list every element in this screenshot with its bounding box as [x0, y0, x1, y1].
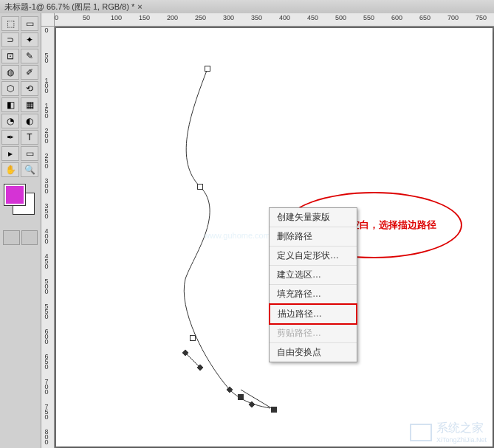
- foreground-color-swatch[interactable]: [4, 185, 25, 205]
- pen-tool[interactable]: ✒: [1, 130, 19, 145]
- menu-item[interactable]: 创建矢量蒙版: [270, 208, 357, 227]
- document-tab[interactable]: 未标题-1@ 66.7% (图层 1, RGB/8) * ×: [0, 0, 494, 13]
- ruler-tick: 650: [419, 14, 430, 21]
- ruler-tick: 300: [43, 177, 50, 193]
- watermark-url: XiTongZhiJia.Net: [436, 436, 487, 444]
- eyedropper-tool[interactable]: ✎: [21, 49, 38, 63]
- stamp-tool[interactable]: ⬡: [1, 81, 19, 96]
- menu-item[interactable]: 描边路径…: [269, 303, 357, 325]
- gradient-tool[interactable]: ▦: [21, 97, 38, 112]
- ruler-origin[interactable]: [41, 13, 55, 27]
- lasso-tool[interactable]: ⊃: [1, 32, 19, 47]
- hand-tool[interactable]: ✋: [1, 162, 19, 177]
- ruler-tick: 750: [43, 403, 50, 418]
- history-brush-tool[interactable]: ⟲: [21, 81, 38, 96]
- canvas[interactable]: www.guhome.com 创建矢量蒙版删除路径定义自定形状…建立选区…填充路…: [56, 28, 493, 447]
- menu-item[interactable]: 建立选区…: [270, 266, 357, 285]
- type-tool[interactable]: T: [21, 130, 38, 145]
- zoom-tool[interactable]: 🔍: [21, 162, 38, 177]
- screen-mode-icon[interactable]: [21, 230, 38, 245]
- ruler-tick: 100: [111, 14, 122, 21]
- ruler-tick: 250: [43, 152, 50, 168]
- ruler-tick: 600: [43, 328, 50, 343]
- document-title: 未标题-1@ 66.7% (图层 1, RGB/8) *: [4, 1, 134, 13]
- ruler-tick: 200: [43, 127, 50, 142]
- ruler-tick: 650: [43, 353, 50, 368]
- ruler-tick: 50: [43, 52, 50, 62]
- menu-item[interactable]: 定义自定形状…: [270, 247, 357, 266]
- ruler-tick: 0: [43, 27, 50, 32]
- ruler-tick: 100: [43, 77, 50, 92]
- ruler-tick: 400: [279, 14, 290, 21]
- path-select-tool[interactable]: ▸: [1, 146, 19, 161]
- ruler-tick: 450: [307, 14, 318, 21]
- watermark: 系统之家 XiTongZhiJia.Net: [410, 421, 487, 444]
- menu-item[interactable]: 填充路径…: [270, 285, 357, 304]
- dodge-tool[interactable]: ◐: [21, 114, 38, 128]
- house-icon: [410, 424, 432, 441]
- color-swatches[interactable]: [1, 185, 39, 221]
- selection-tool[interactable]: ▭: [21, 16, 38, 31]
- ruler-tick: 500: [335, 14, 346, 21]
- ruler-tick: 700: [447, 14, 459, 21]
- magic-wand-tool[interactable]: ✦: [21, 32, 38, 47]
- canvas-area: 0501001502002503003504004505005506006507…: [41, 13, 494, 448]
- path-anchor[interactable]: [271, 407, 277, 413]
- ruler-tick: 550: [363, 14, 374, 21]
- ruler-tick: 250: [195, 14, 206, 21]
- toolbox-panel: ⬚▭⊃✦⊡✎◍✐⬡⟲◧▦◔◐✒T▸▭✋🔍: [0, 13, 41, 448]
- ruler-tick: 400: [43, 227, 50, 243]
- eraser-tool[interactable]: ◧: [1, 97, 19, 112]
- ruler-tick: 600: [391, 14, 402, 21]
- menu-item[interactable]: 删除路径: [270, 227, 357, 247]
- heal-tool[interactable]: ◍: [1, 65, 19, 80]
- path-anchor[interactable]: [197, 184, 203, 190]
- ruler-tick: 50: [83, 14, 90, 21]
- path-anchor[interactable]: [190, 335, 196, 341]
- ruler-tick: 150: [139, 14, 150, 21]
- path-handle[interactable]: [182, 350, 188, 356]
- ruler-tick: 550: [43, 303, 50, 318]
- path-handle[interactable]: [227, 387, 233, 393]
- faint-watermark: www.guhome.com: [204, 231, 270, 240]
- ruler-tick: 0: [55, 14, 58, 21]
- horizontal-ruler[interactable]: 0501001502002503003504004505005506006507…: [55, 13, 494, 27]
- ruler-tick: 800: [43, 428, 50, 444]
- ruler-tick: 350: [43, 202, 50, 218]
- ruler-tick: 200: [167, 14, 178, 21]
- vertical-ruler[interactable]: 0501001502002503003504004505005506006507…: [41, 27, 55, 448]
- ruler-tick: 750: [476, 14, 487, 21]
- ruler-tick: 500: [43, 278, 50, 293]
- ruler-tick: 350: [251, 14, 262, 21]
- ruler-tick: 150: [43, 102, 50, 117]
- path-anchor[interactable]: [205, 66, 210, 72]
- path-anchor[interactable]: [238, 394, 244, 400]
- move-tool[interactable]: ⬚: [1, 16, 19, 31]
- menu-item: 剪贴路径…: [270, 324, 357, 343]
- blur-tool[interactable]: ◔: [1, 114, 19, 128]
- ruler-tick: 450: [43, 252, 50, 268]
- menu-item[interactable]: 自由变换点: [270, 343, 357, 362]
- quickmask-mode-icon[interactable]: [3, 230, 20, 245]
- ruler-tick: 700: [43, 378, 50, 393]
- path-handle[interactable]: [197, 365, 203, 371]
- crop-tool[interactable]: ⊡: [1, 49, 19, 63]
- ruler-tick: 300: [223, 14, 234, 21]
- shape-tool[interactable]: ▭: [21, 146, 38, 161]
- watermark-text: 系统之家: [436, 421, 487, 436]
- close-icon[interactable]: ×: [137, 2, 142, 11]
- context-menu: 创建矢量蒙版删除路径定义自定形状…建立选区…填充路径…描边路径…剪贴路径…自由变…: [269, 207, 357, 362]
- brush-tool[interactable]: ✐: [21, 65, 38, 80]
- svg-line-0: [241, 390, 274, 410]
- path-handle[interactable]: [249, 402, 255, 407]
